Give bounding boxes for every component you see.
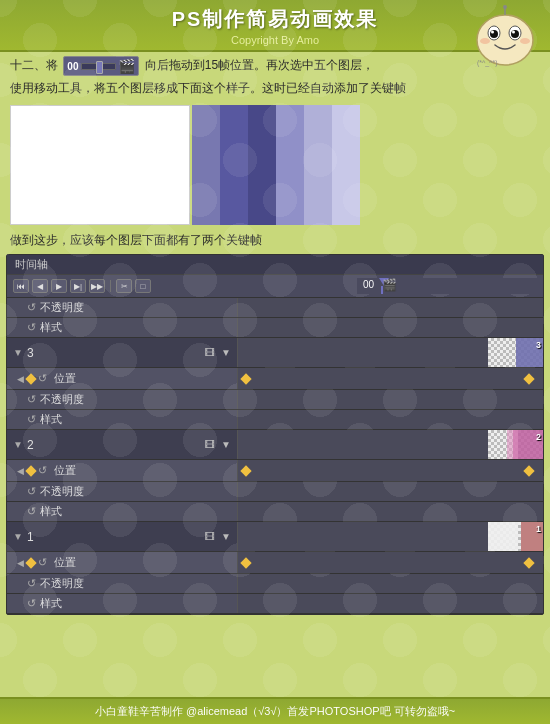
below-preview-text: 做到这步，应该每个图层下面都有了两个关键帧 [0,229,550,251]
group-3-style-row: ↺ 样式 [7,410,543,430]
character-illustration: (*^_^*) [467,5,542,70]
group-3-arrow[interactable]: ▼ [13,347,23,358]
group-1-pos-left: ◀ ↺ 位置 [7,555,237,570]
preview-white [10,105,190,225]
svg-point-7 [480,38,490,44]
group-2-pos-right [237,460,543,481]
ruler-marker: 00 [363,279,374,290]
group-1-opacity-left: ↺ 不透明度 [7,576,237,591]
group-3-left: ▼ 3 🎞 ▼ [7,346,237,360]
below-preview-content: 做到这步，应该每个图层下面都有了两个关键帧 [10,233,262,247]
pos-label-2: 位置 [54,463,76,478]
group-2-thumb-inner: 2 [488,430,543,459]
layer-row-opacity-top: ↺ 不透明度 [7,298,543,318]
group-2-menu[interactable]: ▼ [221,439,231,450]
refresh-icon-2pos: ↺ [38,464,47,477]
group-3-right: 3 [237,338,543,367]
keyframe-right-1 [523,557,534,568]
group-2-thumb-num: 2 [536,432,541,442]
ctrl-btn-cut[interactable]: ✂ [116,279,132,293]
ctrl-btn-next[interactable]: ▶| [70,279,86,293]
step12-text2-content: 使用移动工具，将五个图层移成下面这个样子。这时已经自动添加了关键帧 [10,81,406,95]
layer-row-style-top: ↺ 样式 [7,318,543,338]
group-3-opacity-right [237,390,543,409]
group-3-style-left: ↺ 样式 [7,412,237,427]
playhead-icon: 🎬 [118,58,135,74]
refresh-icon-1: ↺ [27,301,36,314]
group-1-white [488,522,518,551]
group-2-film-icon[interactable]: 🎞 [205,439,215,450]
group-2-thumb: 2 [488,430,543,459]
group-2-right: 2 [237,430,543,459]
slider-area [81,63,116,70]
svg-text:(*^_^*): (*^_^*) [477,59,498,67]
stripe-2 [220,105,248,225]
group-2-style-right [237,502,543,521]
group-2-arrow[interactable]: ▼ [13,439,23,450]
counter-num: 00 [67,61,78,72]
layer-left-opacity-top: ↺ 不透明度 [7,300,237,315]
layer-right-style-top [237,318,543,337]
ctrl-btn-end[interactable]: ▶▶ [89,279,105,293]
refresh-icon-3op: ↺ [27,393,36,406]
stripe-1 [192,105,220,225]
refresh-icon-1op: ↺ [27,577,36,590]
refresh-icon-1pos: ↺ [38,556,47,569]
refresh-icon-2st: ↺ [27,505,36,518]
group-1-opacity-right [237,574,543,593]
group-2-pos-left: ◀ ↺ 位置 [7,463,237,478]
step12-before: 十二、将 [10,58,58,72]
style-label-2: 样式 [40,504,62,519]
ctrl-btn-prev[interactable]: ◀ [32,279,48,293]
step12-text2: 使用移动工具，将五个图层移成下面这个样子。这时已经自动添加了关键帧 [0,78,550,101]
group-2-style-row: ↺ 样式 [7,502,543,522]
group-1-menu[interactable]: ▼ [221,531,231,542]
pos-label-1: 位置 [54,555,76,570]
group-3-header: ▼ 3 🎞 ▼ 3 [7,338,543,368]
diamond-icon-1 [25,557,36,568]
group-3-opacity-row: ↺ 不透明度 [7,390,543,410]
keyframe-right-2 [523,465,534,476]
style-label-3: 样式 [40,412,62,427]
group-1-style-left: ↺ 样式 [7,596,237,611]
pos-label-3: 位置 [54,371,76,386]
ctrl-separator [110,280,111,292]
diamond-icon-2 [25,465,36,476]
group-1-num: 1 [27,530,34,544]
refresh-icon-3st: ↺ [27,413,36,426]
footer: 小白童鞋辛苦制作 @alicemead（√3√）首发PHOTOSHOP吧 可转勿… [0,697,550,724]
group-1-opacity-row: ↺ 不透明度 [7,574,543,594]
ctrl-btn-play[interactable]: ▶ [51,279,67,293]
group-2-left: ▼ 2 🎞 ▼ [7,438,237,452]
opacity-label-2: 不透明度 [40,484,84,499]
group-1-style-right [237,594,543,613]
group-3-menu[interactable]: ▼ [221,347,231,358]
stripe-3 [248,105,276,225]
group-2-opacity-right [237,482,543,501]
ctrl-btn-square[interactable]: □ [135,279,151,293]
refresh-icon-3pos: ↺ [38,372,47,385]
pos-arrow-3: ◀ [17,374,24,384]
group-1-header: ▼ 1 🎞 ▼ 1 [7,522,543,552]
refresh-icon-2: ↺ [27,321,36,334]
group-1-film-icon[interactable]: 🎞 [205,531,215,542]
group-2-num: 2 [27,438,34,452]
main-container: PS制作简易动画效果 Copyright By Amo (*^_^*) [0,0,550,724]
refresh-icon-1st: ↺ [27,597,36,610]
group-1-pos-right [237,552,543,573]
stripe-4 [276,105,304,225]
opacity-label-1: 不透明度 [40,300,84,315]
group-1-arrow[interactable]: ▼ [13,531,23,542]
layer-right-opacity-top [237,298,543,317]
preview-stripes [192,105,360,225]
diamond-icon-3 [25,373,36,384]
footer-text: 小白童鞋辛苦制作 @alicemead（√3√）首发PHOTOSHOP吧 可转勿… [95,705,455,717]
keyframe-left-2 [240,465,251,476]
pos-arrow-2: ◀ [17,466,24,476]
ctrl-btn-first[interactable]: ⏮ [13,279,29,293]
group-1-thumb: 1 [488,522,543,551]
group-3-thumb-inner: 3 [488,338,543,367]
timeline-indicator: 00 🎬 [63,56,139,76]
slider-handle [96,61,103,74]
group-3-film-icon[interactable]: 🎞 [205,347,215,358]
